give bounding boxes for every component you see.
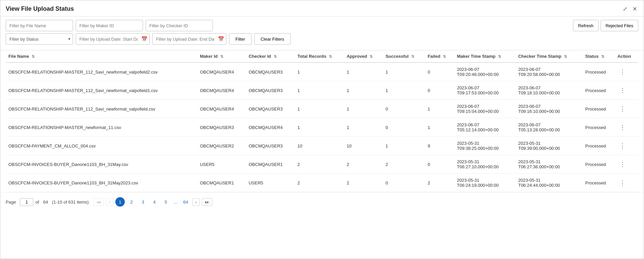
cell-makerid: OBCMQAUSER2 — [197, 137, 246, 155]
cell-status: Processed — [582, 62, 615, 81]
action-menu-button-3[interactable]: ⋮ — [617, 123, 628, 132]
clear-filters-button[interactable]: Clear Filters — [254, 33, 291, 45]
cell-makerid: OBCMQAUSER4 — [197, 81, 246, 100]
action-menu-button-0[interactable]: ⋮ — [617, 68, 628, 76]
sort-icon-checker-id[interactable]: ⇅ — [274, 54, 277, 59]
sort-icon-maker-timestamp[interactable]: ⇅ — [498, 54, 501, 59]
cell-status: Processed — [582, 174, 615, 192]
right-buttons: Refresh Rejected Files — [573, 20, 638, 31]
action-menu-button-4[interactable]: ⋮ — [617, 141, 628, 150]
page-label: Page — [6, 200, 16, 205]
cell-failed: 0 — [425, 62, 454, 81]
cell-checkerid: OBCMQAUSER3 — [246, 62, 295, 81]
page-64-button[interactable]: 64 — [181, 197, 190, 207]
action-menu-button-6[interactable]: ⋮ — [617, 178, 628, 187]
cell-checkertimestamp: 2023-05-31 T09:39:00.000+00:00 — [516, 137, 582, 155]
col-checker-id: Checker Id ⇅ — [246, 50, 295, 62]
checker-id-input[interactable] — [146, 20, 213, 31]
cell-action: ⋮ — [615, 81, 638, 100]
col-approved: Approved ⇅ — [344, 50, 383, 62]
cell-action: ⋮ — [615, 100, 638, 118]
cell-makertimestamp: 2023-05-31 T06:24:19.000+00:00 — [454, 174, 516, 192]
cell-checkertimestamp: 2023-06-07 T05:13:28.000+00:00 — [516, 118, 582, 137]
cell-totalrecords: 2 — [295, 155, 344, 174]
cell-failed: 0 — [425, 155, 454, 174]
sort-icon-file-name[interactable]: ⇅ — [32, 54, 35, 59]
action-menu-button-1[interactable]: ⋮ — [617, 86, 628, 95]
cell-successful: 1 — [383, 62, 425, 81]
refresh-button[interactable]: Refresh — [573, 20, 599, 31]
title-bar: View File Upload Status ⤢ ✕ — [0, 0, 644, 16]
cell-makertimestamp: 2023-06-07 T09:17:53.000+00:00 — [454, 81, 516, 100]
next-page-button[interactable]: › — [192, 198, 200, 206]
sort-icon-failed[interactable]: ⇅ — [443, 54, 446, 59]
page-number-input[interactable] — [20, 198, 33, 206]
sort-icon-checker-timestamp[interactable]: ⇅ — [564, 54, 567, 59]
cell-makerid: OBCMQAUSER3 — [197, 118, 246, 137]
file-name-input[interactable] — [6, 20, 73, 31]
status-select[interactable]: Filter by Status Processed Pending Faile… — [6, 33, 73, 45]
table-body: OBSCFCM-RELATIONSHIP-MASTER_112_Savi_new… — [6, 62, 638, 192]
cell-approved: 2 — [344, 155, 383, 174]
cell-checkerid: OBCMQAUSER3 — [246, 100, 295, 118]
cell-approved: 10 — [344, 137, 383, 155]
cell-makertimestamp: 2023-05-31 T09:38:25.000+00:00 — [454, 137, 516, 155]
filter-button[interactable]: Filter — [229, 33, 252, 45]
cell-failed: 1 — [425, 100, 454, 118]
cell-approved: 1 — [344, 81, 383, 100]
col-action: Action — [615, 50, 638, 62]
sort-icon-maker-id[interactable]: ⇅ — [220, 54, 223, 59]
cell-failed: 9 — [425, 137, 454, 155]
sort-icon-total-records[interactable]: ⇅ — [329, 54, 332, 59]
cell-checkerid: OBCMQAUSER4 — [246, 118, 295, 137]
cell-makerid: OBCMQAUSER4 — [197, 62, 246, 81]
cell-approved: 1 — [344, 62, 383, 81]
cell-status: Processed — [582, 100, 615, 118]
file-upload-table: File Name ⇅ Maker Id ⇅ Checker Id ⇅ Tota… — [6, 50, 638, 192]
filters-area: Refresh Rejected Files Filter by Status … — [0, 16, 644, 50]
table-row: OBSCFCM-INVOICES-BUYER_Danone1103_BH_31M… — [6, 155, 638, 174]
action-menu-button-2[interactable]: ⋮ — [617, 104, 628, 113]
main-window: View File Upload Status ⤢ ✕ Refresh Reje… — [0, 0, 644, 259]
close-icon[interactable]: ✕ — [631, 5, 638, 13]
rejected-files-button[interactable]: Rejected Files — [601, 20, 638, 31]
page-5-button[interactable]: 5 — [161, 197, 171, 207]
sort-icon-approved[interactable]: ⇅ — [370, 54, 373, 59]
cell-failed: 1 — [425, 118, 454, 137]
cell-approved: 1 — [344, 100, 383, 118]
table-row: OBSCFCM-RELATIONSHIP-MASTER_112_Savi_new… — [6, 100, 638, 118]
page-3-button[interactable]: 3 — [138, 197, 148, 207]
end-date-input[interactable] — [152, 33, 226, 45]
cell-checkertimestamp: 2023-06-07 T09:18:10.000+00:00 — [516, 81, 582, 100]
cell-failed: 0 — [425, 81, 454, 100]
maker-id-input[interactable] — [76, 20, 143, 31]
page-4-button[interactable]: 4 — [150, 197, 159, 207]
page-2-button[interactable]: 2 — [127, 197, 136, 207]
page-1-button[interactable]: 1 — [115, 197, 125, 207]
cell-checkerid: OBCMQAUSER3 — [246, 81, 295, 100]
cell-action: ⋮ — [615, 155, 638, 174]
last-page-button[interactable]: ⏭ — [202, 198, 212, 206]
cell-action: ⋮ — [615, 174, 638, 192]
prev-page-button[interactable]: ‹ — [106, 198, 113, 206]
cell-filename: OBSCFCM-RELATIONSHIP-MASTER_112_Savi_new… — [6, 81, 197, 100]
start-date-input[interactable] — [76, 33, 150, 45]
resize-icon[interactable]: ⤢ — [621, 5, 629, 13]
sort-icon-successful[interactable]: ⇅ — [411, 54, 414, 59]
sort-icon-status[interactable]: ⇅ — [601, 54, 604, 59]
cell-makertimestamp: 2023-06-07 T09:15:04.000+00:00 — [454, 100, 516, 118]
cell-failed: 2 — [425, 174, 454, 192]
col-maker-id: Maker Id ⇅ — [197, 50, 246, 62]
cell-successful: 1 — [383, 137, 425, 155]
cell-status: Processed — [582, 155, 615, 174]
cell-makertimestamp: 2023-06-07 T09:20:48.000+00:00 — [454, 62, 516, 81]
cell-successful: 0 — [383, 100, 425, 118]
first-page-button[interactable]: ⏮ — [93, 198, 104, 206]
table-container: File Name ⇅ Maker Id ⇅ Checker Id ⇅ Tota… — [0, 50, 644, 192]
table-row: OBSCFCM-RELATIONSHIP-MASTER_112_Savi_new… — [6, 62, 638, 81]
cell-makerid: OBCMQAUSER4 — [197, 100, 246, 118]
action-menu-button-5[interactable]: ⋮ — [617, 160, 628, 169]
cell-approved: 1 — [344, 118, 383, 137]
title-icons: ⤢ ✕ — [621, 5, 638, 13]
page-info: (1-10 of 631 items) — [52, 200, 89, 205]
